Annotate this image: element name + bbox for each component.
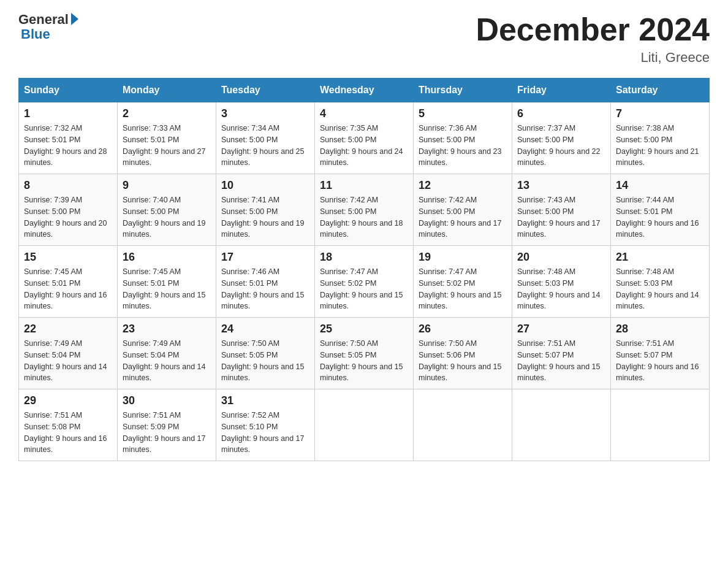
day-info: Sunrise: 7:42 AMSunset: 5:00 PMDaylight:… [419, 194, 507, 240]
day-info: Sunrise: 7:37 AMSunset: 5:00 PMDaylight:… [517, 123, 605, 169]
day-info: Sunrise: 7:38 AMSunset: 5:00 PMDaylight:… [616, 123, 704, 169]
calendar-cell [512, 389, 611, 461]
day-info: Sunrise: 7:49 AMSunset: 5:04 PMDaylight:… [123, 338, 211, 384]
calendar-cell: 10Sunrise: 7:41 AMSunset: 5:00 PMDayligh… [216, 174, 315, 246]
calendar-week-row: 8Sunrise: 7:39 AMSunset: 5:00 PMDaylight… [19, 174, 710, 246]
day-info: Sunrise: 7:35 AMSunset: 5:00 PMDaylight:… [320, 123, 408, 169]
calendar-cell [315, 389, 414, 461]
calendar-cell: 29Sunrise: 7:51 AMSunset: 5:08 PMDayligh… [19, 389, 118, 461]
day-info: Sunrise: 7:33 AMSunset: 5:01 PMDaylight:… [123, 123, 211, 169]
day-info: Sunrise: 7:50 AMSunset: 5:06 PMDaylight:… [419, 338, 507, 384]
day-number: 15 [24, 251, 112, 264]
day-info: Sunrise: 7:36 AMSunset: 5:00 PMDaylight:… [419, 123, 507, 169]
day-info: Sunrise: 7:46 AMSunset: 5:01 PMDaylight:… [221, 266, 309, 312]
calendar-week-row: 1Sunrise: 7:32 AMSunset: 5:01 PMDaylight… [19, 102, 710, 174]
calendar-cell: 26Sunrise: 7:50 AMSunset: 5:06 PMDayligh… [414, 318, 512, 389]
day-info: Sunrise: 7:45 AMSunset: 5:01 PMDaylight:… [123, 266, 211, 312]
calendar-cell: 18Sunrise: 7:47 AMSunset: 5:02 PMDayligh… [315, 246, 414, 318]
calendar-cell: 11Sunrise: 7:42 AMSunset: 5:00 PMDayligh… [315, 174, 414, 246]
day-number: 1 [24, 107, 112, 120]
day-info: Sunrise: 7:51 AMSunset: 5:07 PMDaylight:… [517, 338, 605, 384]
calendar-cell: 5Sunrise: 7:36 AMSunset: 5:00 PMDaylight… [414, 102, 512, 174]
calendar-cell: 28Sunrise: 7:51 AMSunset: 5:07 PMDayligh… [611, 318, 710, 389]
day-number: 29 [24, 394, 112, 407]
calendar-cell: 19Sunrise: 7:47 AMSunset: 5:02 PMDayligh… [414, 246, 512, 318]
day-number: 22 [24, 323, 112, 335]
calendar-cell: 8Sunrise: 7:39 AMSunset: 5:00 PMDaylight… [19, 174, 118, 246]
day-number: 2 [123, 107, 211, 120]
calendar-cell: 15Sunrise: 7:45 AMSunset: 5:01 PMDayligh… [19, 246, 118, 318]
day-info: Sunrise: 7:51 AMSunset: 5:08 PMDaylight:… [24, 410, 112, 456]
logo-blue-text: Blue [21, 26, 50, 42]
day-number: 3 [221, 107, 309, 120]
calendar-week-row: 15Sunrise: 7:45 AMSunset: 5:01 PMDayligh… [19, 246, 710, 318]
calendar-cell: 7Sunrise: 7:38 AMSunset: 5:00 PMDaylight… [611, 102, 710, 174]
calendar-cell: 24Sunrise: 7:50 AMSunset: 5:05 PMDayligh… [216, 318, 315, 389]
day-number: 28 [616, 323, 704, 335]
day-number: 9 [123, 179, 211, 192]
day-number: 21 [616, 251, 704, 264]
col-friday: Friday [512, 79, 611, 102]
day-number: 27 [517, 323, 605, 335]
day-number: 23 [123, 323, 211, 335]
day-info: Sunrise: 7:50 AMSunset: 5:05 PMDaylight:… [320, 338, 408, 384]
day-info: Sunrise: 7:49 AMSunset: 5:04 PMDaylight:… [24, 338, 112, 384]
col-thursday: Thursday [414, 79, 512, 102]
day-info: Sunrise: 7:48 AMSunset: 5:03 PMDaylight:… [517, 266, 605, 312]
day-info: Sunrise: 7:39 AMSunset: 5:00 PMDaylight:… [24, 194, 112, 240]
page-header: General Blue December 2024 Liti, Greece [18, 12, 710, 66]
day-number: 12 [419, 179, 507, 192]
day-number: 24 [221, 323, 309, 335]
day-info: Sunrise: 7:32 AMSunset: 5:01 PMDaylight:… [24, 123, 112, 169]
calendar-cell: 6Sunrise: 7:37 AMSunset: 5:00 PMDaylight… [512, 102, 611, 174]
day-number: 4 [320, 107, 408, 120]
calendar-cell: 9Sunrise: 7:40 AMSunset: 5:00 PMDaylight… [118, 174, 216, 246]
logo: General Blue [18, 12, 78, 42]
day-number: 25 [320, 323, 408, 335]
calendar-cell: 21Sunrise: 7:48 AMSunset: 5:03 PMDayligh… [611, 246, 710, 318]
day-number: 18 [320, 251, 408, 264]
day-number: 30 [123, 394, 211, 407]
calendar-cell: 3Sunrise: 7:34 AMSunset: 5:00 PMDaylight… [216, 102, 315, 174]
col-saturday: Saturday [611, 79, 710, 102]
day-info: Sunrise: 7:47 AMSunset: 5:02 PMDaylight:… [320, 266, 408, 312]
day-info: Sunrise: 7:44 AMSunset: 5:01 PMDaylight:… [616, 194, 704, 240]
calendar-cell: 27Sunrise: 7:51 AMSunset: 5:07 PMDayligh… [512, 318, 611, 389]
day-number: 19 [419, 251, 507, 264]
day-info: Sunrise: 7:48 AMSunset: 5:03 PMDaylight:… [616, 266, 704, 312]
calendar-cell [414, 389, 512, 461]
calendar-cell: 2Sunrise: 7:33 AMSunset: 5:01 PMDaylight… [118, 102, 216, 174]
calendar-cell: 23Sunrise: 7:49 AMSunset: 5:04 PMDayligh… [118, 318, 216, 389]
calendar-cell: 13Sunrise: 7:43 AMSunset: 5:00 PMDayligh… [512, 174, 611, 246]
calendar-week-row: 22Sunrise: 7:49 AMSunset: 5:04 PMDayligh… [19, 318, 710, 389]
location-text: Liti, Greece [476, 50, 710, 66]
day-number: 31 [221, 394, 309, 407]
day-info: Sunrise: 7:41 AMSunset: 5:00 PMDaylight:… [221, 194, 309, 240]
calendar-cell: 31Sunrise: 7:52 AMSunset: 5:10 PMDayligh… [216, 389, 315, 461]
logo-general-text: General [18, 12, 69, 27]
day-info: Sunrise: 7:47 AMSunset: 5:02 PMDaylight:… [419, 266, 507, 312]
day-info: Sunrise: 7:50 AMSunset: 5:05 PMDaylight:… [221, 338, 309, 384]
calendar-cell [611, 389, 710, 461]
col-tuesday: Tuesday [216, 79, 315, 102]
calendar-cell: 22Sunrise: 7:49 AMSunset: 5:04 PMDayligh… [19, 318, 118, 389]
calendar-cell: 20Sunrise: 7:48 AMSunset: 5:03 PMDayligh… [512, 246, 611, 318]
day-info: Sunrise: 7:45 AMSunset: 5:01 PMDaylight:… [24, 266, 112, 312]
month-title: December 2024 [476, 12, 710, 47]
day-number: 11 [320, 179, 408, 192]
calendar-cell: 17Sunrise: 7:46 AMSunset: 5:01 PMDayligh… [216, 246, 315, 318]
day-info: Sunrise: 7:40 AMSunset: 5:00 PMDaylight:… [123, 194, 211, 240]
calendar-cell: 1Sunrise: 7:32 AMSunset: 5:01 PMDaylight… [19, 102, 118, 174]
day-number: 16 [123, 251, 211, 264]
day-number: 5 [419, 107, 507, 120]
calendar-cell: 16Sunrise: 7:45 AMSunset: 5:01 PMDayligh… [118, 246, 216, 318]
day-info: Sunrise: 7:43 AMSunset: 5:00 PMDaylight:… [517, 194, 605, 240]
col-wednesday: Wednesday [315, 79, 414, 102]
day-info: Sunrise: 7:51 AMSunset: 5:07 PMDaylight:… [616, 338, 704, 384]
col-monday: Monday [118, 79, 216, 102]
logo-arrow-icon [71, 13, 78, 25]
calendar-header-row: Sunday Monday Tuesday Wednesday Thursday… [19, 79, 710, 102]
calendar-cell: 30Sunrise: 7:51 AMSunset: 5:09 PMDayligh… [118, 389, 216, 461]
calendar-cell: 14Sunrise: 7:44 AMSunset: 5:01 PMDayligh… [611, 174, 710, 246]
day-number: 7 [616, 107, 704, 120]
